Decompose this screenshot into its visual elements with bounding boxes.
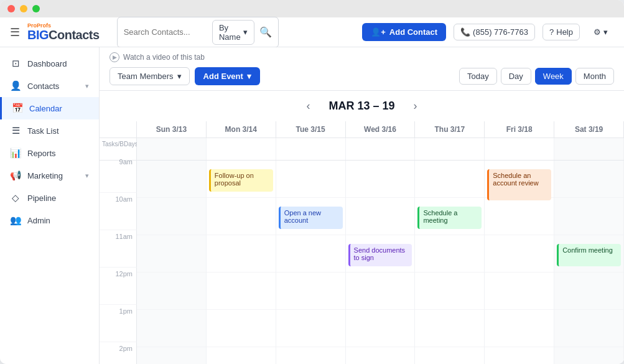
day-header-3: Wed 3/16: [346, 121, 416, 138]
app-window: ☰ ProProfs BIGContacts By Name ▾ 🔍 👤+ Ad…: [0, 0, 624, 364]
gear-icon: ⚙: [594, 27, 601, 37]
view-nav-buttons: Today Day Week Month: [459, 68, 614, 85]
day-button[interactable]: Day: [501, 68, 531, 85]
day-column-5[interactable]: Schedule an account review: [485, 161, 554, 364]
sidebar-item-tasklist[interactable]: ☰ Task List: [0, 119, 99, 142]
marketing-icon: 📢: [10, 170, 21, 181]
week-button[interactable]: Week: [535, 68, 572, 85]
time-label-10am: 10am: [100, 193, 137, 230]
help-icon: ?: [549, 27, 554, 37]
sidebar-label-dashboard: Dashboard: [27, 59, 67, 68]
minimize-button[interactable]: [20, 5, 27, 12]
time-label-11am: 11am: [100, 230, 137, 268]
top-nav: ☰ ProProfs BIGContacts By Name ▾ 🔍 👤+ Ad…: [0, 17, 624, 47]
sidebar-item-pipeline[interactable]: ◇ Pipeline: [0, 187, 99, 209]
hamburger-icon[interactable]: ☰: [10, 26, 20, 39]
logo: ProProfs BIGContacts: [27, 23, 100, 41]
calendar-icon: 📅: [12, 103, 23, 114]
day-column-3[interactable]: Send documents to sign: [346, 161, 416, 364]
sidebar-label-calendar: Calendar: [29, 104, 62, 113]
next-arrow[interactable]: ›: [407, 97, 424, 115]
sidebar-label-tasklist: Task List: [27, 126, 59, 136]
logo-big: BIG: [27, 28, 49, 42]
day-column-6[interactable]: Confirm meeting: [554, 161, 624, 364]
sidebar-label-admin: Admin: [27, 216, 50, 225]
main-layout: ⊡ Dashboard 👤 Contacts ▾ 📅 Calendar ☰ Ta…: [0, 47, 624, 364]
sidebar-label-pipeline: Pipeline: [27, 194, 56, 203]
sidebar-label-contacts: Contacts: [27, 82, 59, 91]
sidebar-item-marketing[interactable]: 📢 Marketing ▾: [0, 164, 99, 187]
phone-button[interactable]: 📞 (855) 776-7763: [454, 24, 535, 40]
tasklist-icon: ☰: [10, 125, 21, 136]
add-event-button[interactable]: Add Event ▾: [195, 67, 260, 85]
sidebar-item-admin[interactable]: 👥 Admin: [0, 209, 99, 231]
event-e2[interactable]: Open a new account: [279, 207, 343, 229]
day-column-2[interactable]: Open a new account: [276, 161, 346, 364]
tasks-row: Tasks/BDays: [100, 138, 624, 161]
calendar-grid: Sun 3/13 Mon 3/14 Tue 3/15 Wed 3/16 Thu …: [100, 121, 624, 364]
day-header-0: Sun 3/13: [137, 121, 207, 138]
calendar-header: Sun 3/13 Mon 3/14 Tue 3/15 Wed 3/16 Thu …: [100, 121, 624, 138]
by-name-button[interactable]: By Name ▾: [212, 20, 254, 45]
sidebar-item-contacts[interactable]: 👤 Contacts ▾: [0, 75, 99, 97]
sidebar-label-reports: Reports: [27, 149, 56, 158]
today-button[interactable]: Today: [459, 68, 497, 85]
day-header-6: Sat 3/19: [554, 121, 624, 138]
day-header-2: Tue 3/15: [276, 121, 346, 138]
tasks-cell-2: [276, 138, 346, 160]
admin-icon: 👥: [10, 215, 21, 226]
calendar: ‹ MAR 13 – 19 › Sun 3/13 Mon 3/14 Tue 3/…: [100, 91, 624, 364]
time-label-2pm: 2pm: [100, 342, 137, 364]
play-icon: ▶: [109, 52, 119, 62]
help-button[interactable]: ? Help: [543, 24, 580, 40]
day-header-5: Fri 3/18: [485, 121, 554, 138]
time-label-12pm: 12pm: [100, 268, 137, 305]
month-button[interactable]: Month: [575, 68, 614, 85]
content-area: ▶ Watch a video of this tab Team Members…: [100, 47, 624, 364]
tasks-cell-4: [415, 138, 485, 160]
day-column-4[interactable]: Schedule a meeting: [415, 161, 485, 364]
sidebar-item-dashboard[interactable]: ⊡ Dashboard: [0, 52, 99, 75]
pipeline-icon: ◇: [10, 192, 21, 203]
watch-video-link[interactable]: ▶ Watch a video of this tab: [109, 52, 614, 62]
tasks-cell-0: [137, 138, 207, 160]
maximize-button[interactable]: [32, 5, 40, 12]
phone-icon: 📞: [460, 27, 470, 37]
close-button[interactable]: [7, 5, 15, 12]
day-column-1[interactable]: Follow-up on proposal: [207, 161, 276, 364]
event-e1[interactable]: Follow-up on proposal: [209, 169, 273, 192]
chevron-icon: ▾: [85, 82, 89, 90]
sidebar-item-reports[interactable]: 📊 Reports: [0, 142, 99, 164]
content-header: ▶ Watch a video of this tab Team Members…: [100, 47, 624, 91]
day-header-1: Mon 3/14: [207, 121, 276, 138]
sidebar-item-calendar[interactable]: 📅 Calendar: [0, 97, 99, 119]
day-column-0[interactable]: [137, 161, 207, 364]
add-contact-button[interactable]: 👤+ Add Contact: [362, 23, 446, 41]
time-label-9am: 9am: [100, 156, 137, 193]
chevron-down-icon: ▾: [603, 27, 608, 37]
search-input[interactable]: [124, 27, 207, 37]
event-e4[interactable]: Schedule a meeting: [417, 207, 482, 229]
chevron-down-icon: ▾: [247, 72, 251, 81]
logo-contacts: Contacts: [49, 28, 100, 42]
time-label-1pm: 1pm: [100, 305, 137, 342]
prev-arrow[interactable]: ‹: [300, 97, 316, 115]
calendar-nav: ‹ MAR 13 – 19 ›: [100, 91, 624, 121]
chevron-icon: ▾: [85, 172, 89, 180]
title-bar: [0, 0, 624, 17]
contacts-icon: 👤: [10, 80, 21, 91]
chevron-down-icon: ▾: [177, 72, 182, 81]
calendar-title: MAR 13 – 19: [328, 100, 394, 113]
add-contact-icon: 👤+: [371, 27, 386, 37]
event-e6[interactable]: Confirm meeting: [557, 244, 621, 266]
calendar-body: 9am10am11am12pm1pm2pmFollow-up on propos…: [100, 161, 624, 364]
nav-right: 👤+ Add Contact 📞 (855) 776-7763 ? Help ⚙…: [362, 23, 614, 41]
chevron-down-icon: ▾: [243, 27, 248, 37]
team-members-button[interactable]: Team Members ▾: [109, 67, 190, 85]
reports-icon: 📊: [10, 147, 21, 159]
search-bar: By Name ▾ 🔍: [117, 17, 279, 48]
event-e3[interactable]: Send documents to sign: [348, 244, 412, 266]
search-icon[interactable]: 🔍: [259, 26, 272, 38]
settings-button[interactable]: ⚙ ▾: [587, 24, 614, 40]
event-e5[interactable]: Schedule an account review: [487, 169, 551, 200]
